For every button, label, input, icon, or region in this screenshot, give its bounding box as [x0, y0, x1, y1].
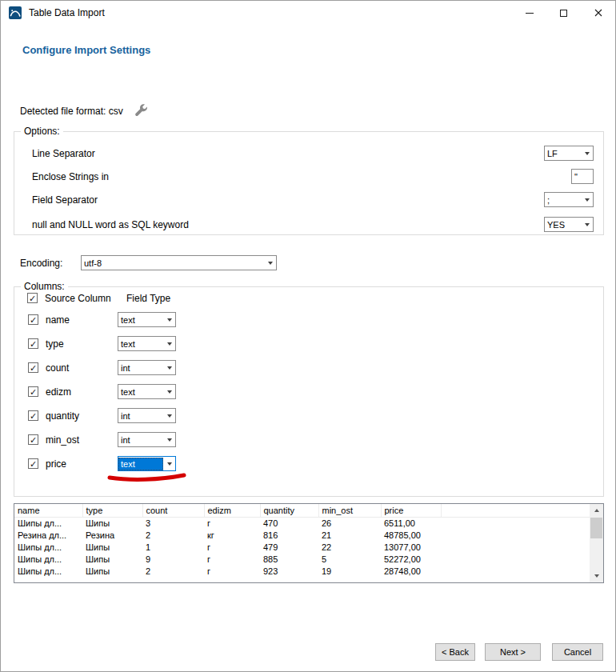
scroll-up-button[interactable]: [590, 504, 603, 517]
line-separator-select[interactable]: LF: [544, 146, 594, 161]
chevron-down-icon: [581, 218, 593, 231]
cell: 470: [260, 517, 318, 529]
minimize-button[interactable]: [512, 1, 546, 25]
line-separator-label: Line Separator: [32, 148, 95, 159]
preview-table: name type count edizm quantity min_ost p…: [14, 503, 604, 583]
scroll-down-button[interactable]: [590, 570, 603, 582]
chevron-down-icon: [163, 457, 175, 470]
wrench-icon[interactable]: [134, 104, 148, 118]
field-separator-select[interactable]: ;: [544, 192, 594, 207]
column-row-type: type text: [14, 332, 603, 356]
table-row[interactable]: Резина дл... Резина 2 кг 816 21 48785,00: [14, 529, 590, 541]
detected-file-format: Detected file format: csv: [20, 104, 148, 118]
cell: Резина: [82, 529, 142, 541]
scrollbar-thumb[interactable]: [590, 518, 602, 538]
arrow-down-icon: [594, 574, 599, 578]
options-legend: Options:: [21, 126, 63, 138]
preview-header-type[interactable]: type: [82, 504, 142, 517]
detected-file-format-label: Detected file format: csv: [20, 106, 123, 117]
cell: кг: [204, 529, 260, 541]
cell: 13077,00: [381, 541, 441, 553]
column-row-price: price text: [14, 452, 603, 476]
preview-header-count[interactable]: count: [142, 504, 204, 517]
cell: 1: [142, 541, 204, 553]
cell: г: [204, 553, 260, 565]
columns-legend: Columns:: [21, 281, 68, 293]
cell: 26: [318, 517, 381, 529]
cell-filler: [441, 565, 590, 577]
field-type-header: Field Type: [126, 293, 170, 304]
column-checkbox-name[interactable]: [28, 314, 38, 325]
field-type-value-edizm: text: [118, 386, 163, 398]
chevron-down-icon: [163, 409, 175, 422]
field-type-select-price[interactable]: text: [118, 456, 176, 471]
column-checkbox-edizm[interactable]: [28, 386, 38, 397]
preview-header-name[interactable]: name: [14, 504, 82, 517]
cancel-button[interactable]: Cancel: [552, 643, 603, 661]
column-checkbox-quantity[interactable]: [28, 410, 38, 421]
select-all-columns-checkbox[interactable]: [27, 293, 38, 303]
back-button[interactable]: < Back: [435, 643, 475, 661]
table-row[interactable]: Шипы дл... Шипы 1 г 479 22 13077,00: [14, 541, 590, 553]
preview-header-min_ost[interactable]: min_ost: [318, 504, 381, 517]
table-row[interactable]: Шипы дл... Шипы 2 г 923 19 28748,00: [14, 565, 590, 577]
table-row[interactable]: Шипы дл... Шипы 9 г 885 5 52272,00: [14, 553, 590, 565]
column-checkbox-price[interactable]: [28, 458, 38, 469]
cell: Резина дл...: [14, 529, 82, 541]
columns-group: Columns: Source Column Field Type name t…: [14, 286, 604, 497]
enclose-strings-input[interactable]: [571, 169, 594, 184]
field-type-select-count[interactable]: int: [118, 360, 176, 375]
source-column-header: Source Column: [45, 293, 111, 304]
field-separator-value: ;: [545, 194, 581, 206]
preview-header-price[interactable]: price: [381, 504, 441, 517]
cell: 52272,00: [381, 553, 441, 565]
field-type-select-min_ost[interactable]: int: [118, 432, 176, 447]
column-label-name: name: [46, 314, 70, 326]
cell: Шипы дл...: [14, 541, 82, 553]
column-label-type: type: [46, 338, 64, 350]
field-type-value-price: text: [118, 458, 163, 470]
field-type-select-edizm[interactable]: text: [118, 384, 176, 399]
field-type-value-count: int: [118, 362, 163, 374]
column-checkbox-count[interactable]: [28, 362, 38, 373]
chevron-down-icon: [581, 193, 593, 206]
annotation-underline: [105, 470, 189, 483]
cell: 6511,00: [381, 517, 441, 529]
cell: 19: [318, 565, 381, 577]
cell: 28748,00: [381, 565, 441, 577]
enclose-strings-label: Enclose Strings in: [32, 171, 109, 182]
column-checkbox-min_ost[interactable]: [28, 434, 38, 445]
cell: 21: [318, 529, 381, 541]
next-button[interactable]: Next >: [485, 643, 541, 661]
cell: 885: [260, 553, 318, 565]
vertical-scrollbar[interactable]: [590, 504, 603, 582]
close-button[interactable]: [581, 1, 615, 25]
encoding-select[interactable]: utf-8: [81, 255, 277, 270]
table-row[interactable]: Шипы дл... Шипы 3 г 470 26 6511,00: [14, 517, 590, 529]
minimize-icon: [526, 13, 534, 14]
cell-filler: [441, 517, 590, 529]
field-type-select-type[interactable]: text: [118, 336, 176, 351]
column-checkbox-type[interactable]: [28, 338, 38, 349]
preview-header-edizm[interactable]: edizm: [204, 504, 260, 517]
column-label-min_ost: min_ost: [46, 434, 79, 446]
cell: 479: [260, 541, 318, 553]
maximize-button[interactable]: [546, 1, 581, 25]
titlebar: Table Data Import: [1, 1, 615, 25]
field-type-select-quantity[interactable]: int: [118, 408, 176, 423]
cell: 22: [318, 541, 381, 553]
column-row-count: count int: [14, 356, 603, 380]
field-type-select-name[interactable]: text: [118, 312, 176, 327]
cell: 3: [142, 517, 204, 529]
close-icon: [594, 9, 602, 17]
cell: 9: [142, 553, 204, 565]
null-keyword-select[interactable]: YES: [544, 217, 594, 232]
cell: Шипы дл...: [14, 565, 82, 577]
field-type-value-name: text: [118, 314, 163, 326]
table-data-import-window: Table Data Import Configure Import Setti…: [0, 0, 616, 672]
column-label-price: price: [46, 458, 66, 470]
preview-header-quantity[interactable]: quantity: [260, 504, 318, 517]
preview-table-body: name type count edizm quantity min_ost p…: [14, 504, 590, 582]
chevron-down-icon: [163, 337, 175, 350]
column-label-count: count: [46, 362, 69, 374]
